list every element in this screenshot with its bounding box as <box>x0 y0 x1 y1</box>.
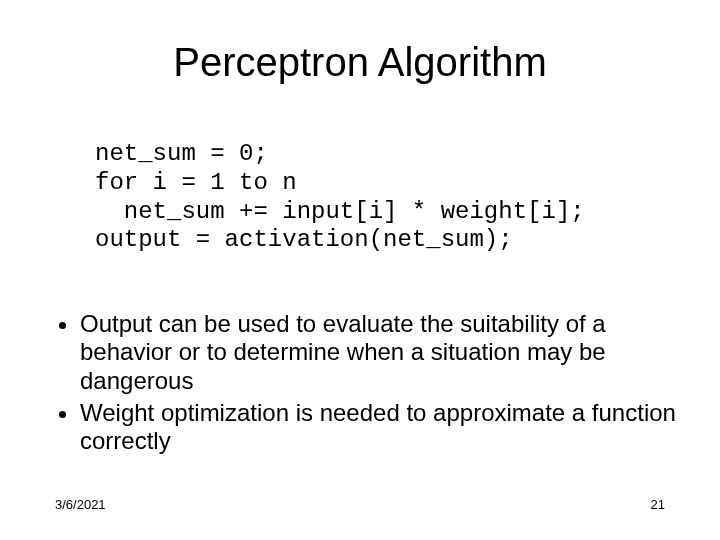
bullet-list: Output can be used to evaluate the suita… <box>55 310 700 460</box>
code-line-3: net_sum += input[i] * weight[i]; <box>95 198 585 225</box>
bullet-item-2: Weight optimization is needed to approxi… <box>80 399 700 456</box>
code-line-2: for i = 1 to n <box>95 169 297 196</box>
code-line-4: output = activation(net_sum); <box>95 226 513 253</box>
bullet-item-1: Output can be used to evaluate the suita… <box>80 310 700 395</box>
footer-date: 3/6/2021 <box>55 497 106 512</box>
footer-page-number: 21 <box>651 497 665 512</box>
slide: Perceptron Algorithm net_sum = 0; for i … <box>0 0 720 540</box>
slide-title: Perceptron Algorithm <box>0 40 720 85</box>
code-block: net_sum = 0; for i = 1 to n net_sum += i… <box>95 140 585 255</box>
code-line-1: net_sum = 0; <box>95 140 268 167</box>
